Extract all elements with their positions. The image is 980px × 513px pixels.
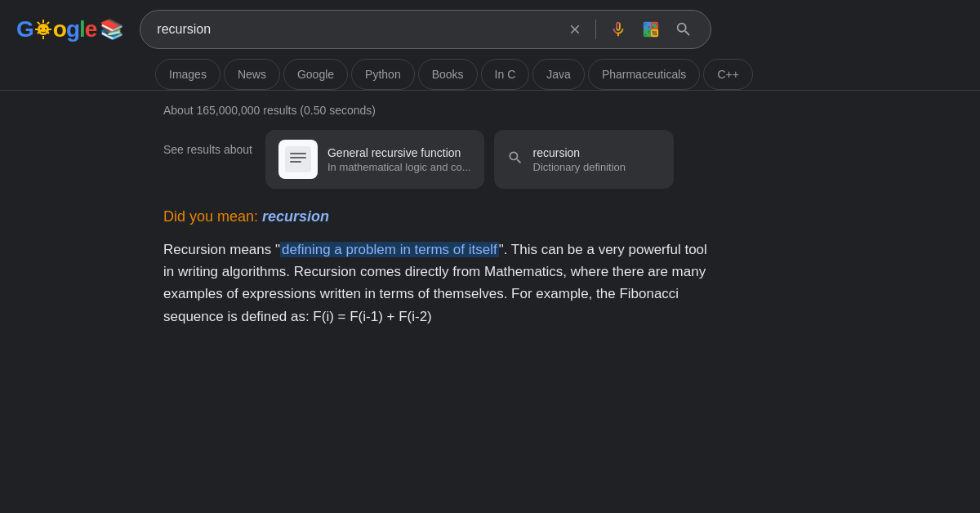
results-count: About 165,000,000 results (0.50 seconds)	[163, 104, 719, 117]
svg-point-9	[40, 28, 42, 29]
logo-letter-g2: g	[66, 16, 79, 42]
svg-rect-18	[290, 161, 301, 163]
see-results-label: See results about	[163, 130, 252, 156]
search-divider	[595, 20, 596, 39]
voice-search-button[interactable]	[608, 19, 629, 40]
logo-letter-o2: o	[53, 16, 66, 42]
tab-pharmaceuticals[interactable]: Pharmaceuticals	[588, 59, 701, 90]
tab-images[interactable]: Images	[155, 59, 220, 90]
recursive-card-icon	[278, 140, 318, 179]
see-results-section: See results about General recursive func…	[163, 130, 719, 189]
svg-line-5	[38, 22, 40, 25]
did-you-mean-prefix: Did you mean:	[163, 208, 262, 225]
recursive-card-text: General recursive function In mathematic…	[327, 146, 471, 173]
search-input[interactable]: recursion	[157, 22, 556, 37]
logo-letter-l: l	[79, 16, 85, 42]
search-icons	[566, 19, 694, 40]
svg-point-10	[45, 28, 47, 29]
google-logo[interactable]: G o g l e 📚	[16, 16, 123, 42]
search-bar: recursion	[140, 10, 711, 49]
logo-letter-g1: G	[16, 16, 33, 42]
dict-card-title: recursion	[533, 146, 626, 159]
logo-letter-e: e	[85, 16, 97, 42]
tab-cpp[interactable]: C++	[703, 59, 752, 90]
general-recursive-card[interactable]: General recursive function In mathematic…	[265, 130, 484, 189]
tab-python[interactable]: Python	[351, 59, 415, 90]
recursive-card-title: General recursive function	[327, 146, 471, 159]
header: G o g l e 📚	[0, 0, 980, 59]
svg-rect-17	[290, 157, 306, 158]
tab-java[interactable]: Java	[532, 59, 585, 90]
svg-rect-15	[285, 146, 311, 172]
svg-point-0	[38, 24, 49, 35]
recursive-card-subtitle: In mathematical logic and co...	[327, 161, 471, 173]
logo-book-icon: 📚	[100, 18, 123, 41]
dictionary-search-icon	[507, 149, 523, 170]
did-you-mean: Did you mean: recursion	[163, 208, 719, 225]
description-highlight: defining a problem in terms of itself	[280, 242, 499, 257]
tab-google[interactable]: Google	[283, 59, 348, 90]
logo-doodle-sun	[33, 18, 53, 41]
nav-bar: Images News Google Python Books In C Jav…	[0, 59, 980, 91]
tab-news[interactable]: News	[224, 59, 280, 90]
did-you-mean-link[interactable]: recursion	[262, 208, 329, 225]
dictionary-card[interactable]: recursion Dictionary definition	[494, 130, 674, 189]
dict-card-subtitle: Dictionary definition	[533, 161, 626, 173]
description: Recursion means "defining a problem in t…	[163, 239, 719, 328]
image-search-button[interactable]	[640, 19, 662, 40]
results-cards: General recursive function In mathematic…	[265, 130, 674, 189]
dict-card-text: recursion Dictionary definition	[533, 146, 626, 173]
clear-search-button[interactable]	[566, 20, 584, 38]
description-before: Recursion means "	[163, 242, 280, 257]
svg-rect-16	[290, 153, 306, 154]
svg-line-7	[47, 22, 49, 25]
main-content: About 165,000,000 results (0.50 seconds)…	[0, 91, 735, 341]
tab-books[interactable]: Books	[418, 59, 478, 90]
search-submit-button[interactable]	[673, 19, 694, 40]
tab-in-c[interactable]: In C	[481, 59, 530, 90]
